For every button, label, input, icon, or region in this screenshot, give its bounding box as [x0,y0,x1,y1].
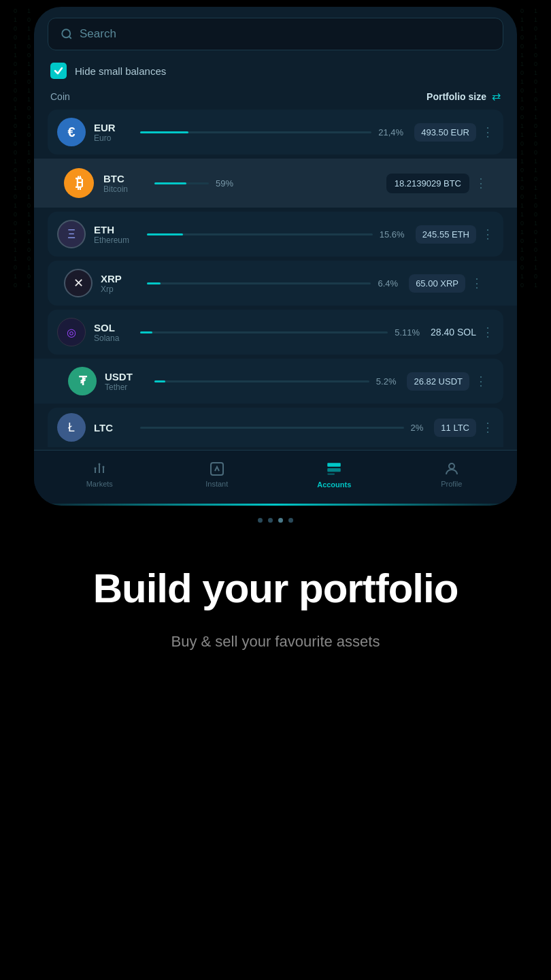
eur-amount: 493.50 EUR [414,123,476,142]
svg-rect-9 [328,463,341,466]
eth-pct: 15.6% [380,229,405,240]
search-icon [61,28,73,40]
nav-accounts-label: Accounts [317,480,351,489]
nav-profile[interactable]: Profile [428,461,475,488]
marketing-section: Build your portfolio Buy & sell your fav… [0,532,551,707]
coin-row-usdt: ₮ USDT Tether 5.2% 26.82 USDT ⋮ [34,359,503,404]
btc-symbol: BTC [103,173,141,184]
btc-menu-btn[interactable]: ⋮ [475,176,487,191]
nav-markets-label: Markets [86,480,113,488]
eur-name: Euro [94,133,128,143]
marketing-headline: Build your portfolio [41,566,510,611]
dot-2 [268,518,273,523]
col-coin-label: Coin [50,91,70,102]
svg-point-7 [103,466,105,468]
bottom-nav: Markets Instant Accounts [34,450,517,504]
xrp-symbol: XRP [101,273,135,284]
coin-row-btc: ₿ BTC Bitcoin 59% 18.2139029 BTC ⋮ [34,159,517,208]
eth-logo: Ξ [57,220,86,248]
nav-instant-label: Instant [205,480,228,488]
xrp-pct: 6.4% [378,278,398,289]
hide-balances-label: Hide small balances [75,65,166,77]
nav-instant[interactable]: Instant [193,461,241,488]
btc-amount: 18.2139029 BTC [386,174,469,193]
sol-pct: 5.11% [395,327,420,338]
sol-logo: ◎ [57,318,86,346]
coin-row-sol: ◎ SOL Solana 5.11% 28.40 SOL ⋮ [48,310,503,355]
col-portfolio-label: Portfolio size [427,91,486,102]
usdt-amount: 26.82 USDT [407,372,469,391]
ltc-logo: Ł [57,413,86,442]
usdt-name: Tether [105,382,142,392]
marketing-subheadline: Buy & sell your favourite assets [41,630,510,653]
sol-amount: 28.40 SOL [431,327,476,338]
hide-balances-checkbox[interactable] [50,63,67,79]
coin-row-xrp: ✕ XRP Xrp 6.4% 65.00 XRP ⋮ [48,261,517,306]
nav-profile-label: Profile [441,480,462,488]
dots-indicator [0,506,551,532]
sol-menu-btn[interactable]: ⋮ [482,325,494,340]
btc-logo: ₿ [64,168,94,198]
markets-icon [91,461,107,477]
coin-row-eur: € EUR Euro 21,4% 493.50 EUR ⋮ [48,110,503,154]
coin-row-eth: Ξ ETH Ethereum 15.6% 245.55 ETH ⋮ [48,212,503,257]
ltc-symbol: LTC [94,422,128,434]
btc-name: Bitcoin [103,184,141,194]
nav-markets[interactable]: Markets [76,461,123,488]
svg-point-5 [95,468,97,470]
usdt-menu-btn[interactable]: ⋮ [475,374,487,389]
svg-rect-11 [328,474,335,475]
sol-name: Solana [94,333,128,343]
eth-menu-btn[interactable]: ⋮ [482,227,494,242]
usdt-logo: ₮ [68,367,97,395]
eur-symbol: EUR [94,122,128,133]
coin-row-ltc: Ł LTC 2% 11 LTC ⋮ [48,408,503,447]
search-bar[interactable]: Search [48,18,503,50]
swap-icon[interactable]: ⇄ [492,90,501,103]
btc-pct: 59% [216,178,233,189]
accounts-icon [325,460,343,478]
svg-rect-10 [328,468,341,472]
eur-pct: 21,4% [378,127,403,137]
xrp-logo: ✕ [64,269,93,297]
svg-line-1 [69,36,71,38]
eur-menu-btn[interactable]: ⋮ [482,125,494,140]
xrp-amount: 65.00 XRP [409,274,465,293]
column-headers: Coin Portfolio size ⇄ [48,90,503,103]
ltc-menu-btn[interactable]: ⋮ [482,420,494,435]
profile-icon [444,461,460,477]
svg-point-12 [449,463,454,469]
nav-accounts[interactable]: Accounts [310,460,358,489]
eth-amount: 245.55 ETH [416,225,476,244]
checkmark-icon [54,66,63,76]
xrp-name: Xrp [101,284,135,294]
hide-balances-row: Hide small balances [48,63,503,79]
eur-logo: € [57,118,86,146]
usdt-pct: 5.2% [376,376,397,387]
eth-name: Ethereum [94,235,135,245]
svg-point-6 [99,463,101,466]
xrp-menu-btn[interactable]: ⋮ [471,276,483,291]
svg-point-0 [62,29,70,37]
dot-1 [258,518,263,523]
ltc-amount: 11 LTC [434,419,476,437]
dot-3 [278,518,283,523]
ltc-pct: 2% [411,423,424,433]
svg-rect-8 [211,463,223,475]
usdt-symbol: USDT [105,371,142,382]
dot-4 [288,518,293,523]
search-placeholder: Search [80,27,116,41]
instant-icon [209,461,225,477]
eth-symbol: ETH [94,224,135,235]
sol-symbol: SOL [94,322,128,333]
